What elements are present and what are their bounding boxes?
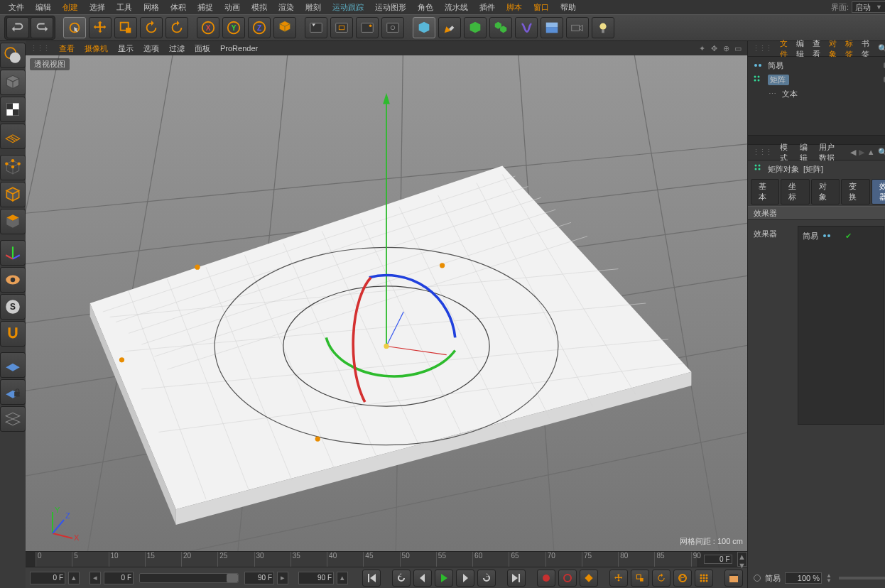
panel-splitter[interactable] [748, 135, 885, 145]
param-key-button[interactable]: P [673, 570, 692, 587]
y-axis-lock[interactable]: Y [222, 17, 245, 38]
render-settings-button[interactable] [381, 17, 404, 38]
pos-key-button[interactable] [609, 570, 628, 587]
render-picture-viewer-button[interactable] [356, 17, 379, 38]
om-menu-objects[interactable]: 对象 [829, 38, 837, 60]
menu-pipeline[interactable]: 流水线 [439, 1, 474, 14]
am-menu-userdata[interactable]: 用户数据 [819, 142, 841, 163]
scale-tool[interactable] [114, 17, 137, 38]
object-row-text[interactable]: ⋯ 文本 [748, 87, 885, 101]
effector-list-item[interactable]: 简易 ✔ [801, 229, 881, 243]
deformer-button[interactable] [515, 17, 538, 38]
range-slider[interactable] [139, 573, 239, 583]
undo-button[interactable] [6, 17, 29, 38]
next-key-button[interactable] [477, 570, 496, 587]
edges-mode-button[interactable] [0, 182, 26, 207]
redo-button[interactable] [31, 17, 53, 38]
vp-toggle-icon[interactable]: ▭ [733, 43, 743, 53]
model-mode-button[interactable] [0, 70, 26, 95]
menu-select[interactable]: 选择 [84, 1, 111, 14]
search-icon[interactable]: 🔍 [878, 148, 885, 157]
perspective-viewport[interactable]: 透视视图 [26, 55, 747, 551]
vp-zoom-icon[interactable]: ⊕ [721, 43, 731, 53]
light-button[interactable] [592, 17, 614, 38]
prev-frame-button[interactable] [413, 570, 432, 587]
search-icon[interactable]: 🔍 [878, 44, 885, 53]
rot-key-button[interactable] [652, 570, 670, 587]
animation-settings-button[interactable] [724, 570, 743, 587]
range-start-stepper[interactable]: ▴ [68, 572, 80, 584]
render-view-button[interactable] [305, 17, 327, 38]
am-menu-mode[interactable]: 模式 [780, 142, 791, 163]
next-frame-button[interactable] [456, 570, 474, 587]
vp-menu-display[interactable]: 显示 [118, 43, 134, 54]
locked-workplane-button[interactable] [0, 379, 26, 405]
menu-animate[interactable]: 动画 [219, 1, 246, 14]
object-row-matrix[interactable]: 矩阵 ✔ [748, 72, 885, 87]
axis-mode-button[interactable] [0, 240, 26, 266]
nav-fwd-icon[interactable]: ▶ [859, 148, 864, 157]
points-mode-button[interactable] [0, 155, 26, 180]
vp-menu-cameras[interactable]: 摄像机 [85, 43, 108, 54]
tab-transform[interactable]: 变换 [841, 179, 869, 205]
live-select-tool[interactable] [63, 17, 86, 38]
snap-button[interactable]: S [0, 294, 26, 320]
tab-object[interactable]: 对象 [811, 179, 840, 205]
coord-system-toggle[interactable] [273, 17, 296, 38]
menu-render[interactable]: 渲染 [273, 1, 300, 14]
polygons-mode-button[interactable] [0, 209, 26, 234]
menu-mesh[interactable]: 网格 [138, 1, 165, 14]
goto-end-button[interactable] [507, 570, 526, 587]
vp-menu-view[interactable]: 查看 [59, 43, 75, 54]
am-menu-edit[interactable]: 编辑 [800, 142, 811, 163]
om-menu-view[interactable]: 查看 [813, 38, 820, 60]
vp-menu-filter[interactable]: 过滤 [169, 43, 185, 54]
texture-mode-button[interactable] [0, 97, 26, 122]
menu-help[interactable]: 帮助 [555, 1, 582, 14]
tab-coord[interactable]: 坐标 [781, 179, 809, 205]
grip-icon[interactable]: ⋮⋮⋮ [30, 44, 49, 53]
timeline-end-field[interactable] [704, 555, 732, 564]
anim-dot-icon[interactable] [754, 575, 761, 582]
recent-tool[interactable] [165, 17, 188, 38]
current-frame-field[interactable] [104, 572, 134, 584]
enabled-check-icon[interactable]: ✔ [845, 232, 852, 241]
vp-nav-icon[interactable]: ✦ [697, 43, 707, 53]
effectors-list[interactable]: 简易 ✔ [798, 226, 884, 425]
nav-back-icon[interactable]: ◀ [850, 148, 856, 157]
menu-script[interactable]: 脚本 [501, 1, 528, 14]
render-region-button[interactable] [330, 17, 353, 38]
tab-effectors[interactable]: 效果器 [872, 179, 885, 205]
om-menu-bookmarks[interactable]: 书签 [862, 38, 869, 60]
axis-navigator[interactable]: Y X Z [38, 501, 81, 544]
subdivision-button[interactable] [464, 17, 487, 38]
spline-pen-button[interactable] [438, 17, 461, 38]
menu-file[interactable]: 文件 [3, 1, 30, 14]
strength-stepper[interactable]: ▲▼ [826, 573, 832, 583]
strength-slider[interactable] [839, 577, 885, 579]
workplane-mode-button[interactable] [0, 124, 26, 149]
vp-menu-options[interactable]: 选项 [143, 43, 159, 54]
object-name[interactable]: 文本 [782, 89, 803, 99]
menu-create[interactable]: 创建 [57, 1, 84, 14]
rotate-tool[interactable] [140, 17, 163, 38]
goto-start-button[interactable] [362, 570, 381, 587]
camera-button[interactable] [566, 17, 589, 38]
workplane-button[interactable] [0, 352, 26, 378]
prev-key-button[interactable] [392, 570, 411, 587]
vp-menu-panel[interactable]: 面板 [195, 43, 210, 54]
menu-plugins[interactable]: 插件 [474, 1, 501, 14]
grip-icon[interactable]: ⋮⋮⋮ [752, 44, 771, 53]
om-menu-file[interactable]: 文件 [780, 38, 788, 60]
tab-basic[interactable]: 基本 [751, 179, 779, 205]
object-name[interactable]: 简易 [768, 60, 789, 71]
menu-volume[interactable]: 体积 [165, 1, 192, 14]
object-row-plain[interactable]: 简易 ✔ [748, 58, 885, 72]
snap-settings-button[interactable] [0, 321, 26, 347]
nav-up-icon[interactable]: ▲ [867, 148, 875, 157]
planar-workplane-button[interactable] [0, 406, 26, 432]
x-axis-lock[interactable]: X [197, 17, 219, 38]
z-axis-lock[interactable]: Z [248, 17, 271, 38]
cube-primitive-button[interactable] [413, 17, 435, 38]
environment-button[interactable] [541, 17, 563, 38]
